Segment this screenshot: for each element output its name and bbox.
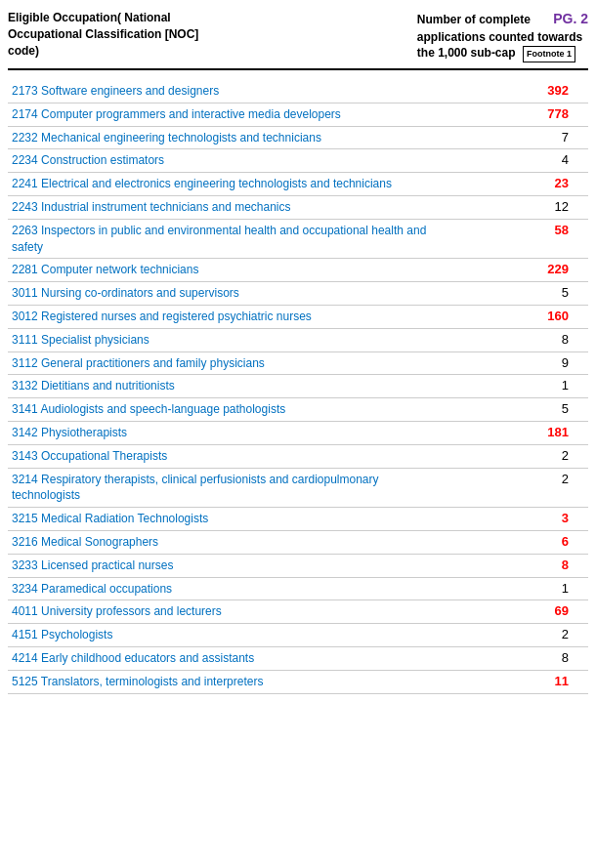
occupation-cell: 2173 Software engineers and designers xyxy=(8,80,444,103)
occupation-cell: 3141 Audiologists and speech-language pa… xyxy=(8,398,444,422)
occupation-code: 3233 xyxy=(12,558,38,572)
occupation-title: Physiotherapists xyxy=(38,426,127,439)
table-row: 2173 Software engineers and designers392 xyxy=(8,80,588,103)
occupation-code: 3112 xyxy=(12,356,38,370)
table-row: 3111 Specialist physicians8 xyxy=(8,328,588,351)
occupation-code: 2241 xyxy=(12,177,38,190)
occupation-title: Inspectors in public and environmental h… xyxy=(12,224,426,254)
occupation-code: 3216 xyxy=(12,535,38,549)
count-cell: 778 xyxy=(444,103,589,126)
occupation-code: 3011 xyxy=(12,286,38,300)
count-cell: 392 xyxy=(444,80,589,103)
table-row: 2232 Mechanical engineering technologist… xyxy=(8,126,588,149)
occupation-code: 2232 xyxy=(12,131,38,145)
table-row: 2241 Electrical and electronics engineer… xyxy=(8,173,588,196)
count-cell: 3 xyxy=(444,508,589,531)
occupation-code: 2243 xyxy=(12,200,38,214)
header-right-text: Number of complete PG. 2 applications co… xyxy=(417,10,588,62)
occupation-code: 3143 xyxy=(12,449,38,463)
count-cell: 11 xyxy=(444,670,589,693)
count-cell: 12 xyxy=(444,195,589,219)
table-row: 4214 Early childhood educators and assis… xyxy=(8,646,588,670)
occupation-cell: 5125 Translators, terminologists and int… xyxy=(8,670,444,693)
occupation-code: 3132 xyxy=(12,379,38,393)
occupation-title: University professors and lecturers xyxy=(38,604,222,618)
occupation-code: 3214 xyxy=(12,473,38,486)
count-cell: 5 xyxy=(444,282,589,306)
occupation-title: Translators, terminologists and interpre… xyxy=(38,675,264,688)
count-cell: 2 xyxy=(444,444,589,468)
occupation-cell: 2241 Electrical and electronics engineer… xyxy=(8,173,444,196)
occupation-code: 2281 xyxy=(12,263,38,276)
page-label: PG. 2 xyxy=(553,11,588,26)
occupation-title: General practitioners and family physici… xyxy=(38,356,265,370)
occupation-cell: 3012 Registered nurses and registered ps… xyxy=(8,305,444,328)
table-row: 3214 Respiratory therapists, clinical pe… xyxy=(8,468,588,508)
occupation-cell: 3216 Medical Sonographers xyxy=(8,530,444,554)
occupation-title: Dietitians and nutritionists xyxy=(38,379,175,393)
header-left: Eligible Occupation( National Occupation… xyxy=(8,10,198,59)
occupation-cell: 2174 Computer programmers and interactiv… xyxy=(8,103,444,126)
occupation-cell: 3233 Licensed practical nurses xyxy=(8,554,444,577)
occupation-cell: 3111 Specialist physicians xyxy=(8,328,444,351)
occupation-code: 3215 xyxy=(12,512,38,525)
occupation-title: Respiratory therapists, clinical perfusi… xyxy=(12,473,379,503)
count-cell: 69 xyxy=(444,600,589,624)
count-cell: 7 xyxy=(444,126,589,149)
occupation-cell: 2263 Inspectors in public and environmen… xyxy=(8,219,444,259)
occupation-cell: 3112 General practitioners and family ph… xyxy=(8,351,444,375)
occupation-title: Licensed practical nurses xyxy=(38,558,174,572)
occupation-code: 3234 xyxy=(12,582,38,596)
header-col-title: Eligible Occupation( National Occupation… xyxy=(8,11,198,58)
occupation-code: 4151 xyxy=(12,628,38,641)
count-cell: 5 xyxy=(444,398,589,422)
count-cell: 8 xyxy=(444,646,589,670)
count-cell: 8 xyxy=(444,554,589,577)
occupation-cell: 3214 Respiratory therapists, clinical pe… xyxy=(8,468,444,508)
occupation-code: 2234 xyxy=(12,153,38,167)
table-row: 3234 Paramedical occupations1 xyxy=(8,577,588,600)
table-row: 3142 Physiotherapists181 xyxy=(8,421,588,444)
table-row: 5125 Translators, terminologists and int… xyxy=(8,670,588,693)
table-row: 3112 General practitioners and family ph… xyxy=(8,351,588,375)
table-row: 2174 Computer programmers and interactiv… xyxy=(8,103,588,126)
occupation-title: Psychologists xyxy=(38,628,113,641)
occupation-cell: 4011 University professors and lecturers xyxy=(8,600,444,624)
count-cell: 229 xyxy=(444,259,589,282)
occupation-title: Electrical and electronics engineering t… xyxy=(38,177,392,190)
count-cell: 8 xyxy=(444,328,589,351)
count-cell: 2 xyxy=(444,624,589,647)
occupation-code: 3142 xyxy=(12,426,38,439)
count-cell: 23 xyxy=(444,173,589,196)
occupation-cell: 3143 Occupational Therapists xyxy=(8,444,444,468)
occupation-title: Mechanical engineering technologists and… xyxy=(38,131,321,145)
occupation-title: Construction estimators xyxy=(38,153,164,167)
occupation-title: Paramedical occupations xyxy=(38,582,172,596)
occupation-code: 4214 xyxy=(12,651,38,665)
occupation-title: Audiologists and speech-language patholo… xyxy=(38,402,286,416)
occupation-code: 2174 xyxy=(12,107,38,121)
occupation-title: Specialist physicians xyxy=(38,333,149,347)
table-row: 3012 Registered nurses and registered ps… xyxy=(8,305,588,328)
table-row: 4151 Psychologists2 xyxy=(8,624,588,647)
occupation-cell: 2243 Industrial instrument technicians a… xyxy=(8,195,444,219)
page-container: Eligible Occupation( National Occupation… xyxy=(0,0,596,704)
table-row: 3215 Medical Radiation Technologists3 xyxy=(8,508,588,531)
table-row: 3141 Audiologists and speech-language pa… xyxy=(8,398,588,422)
occupation-code: 3012 xyxy=(12,310,38,323)
occupation-code: 2263 xyxy=(12,224,38,237)
count-cell: 160 xyxy=(444,305,589,328)
header-right: Number of complete PG. 2 applications co… xyxy=(417,10,588,62)
occupations-table: 2173 Software engineers and designers392… xyxy=(8,80,588,694)
occupation-cell: 4151 Psychologists xyxy=(8,624,444,647)
table-row: 3143 Occupational Therapists2 xyxy=(8,444,588,468)
count-cell: 1 xyxy=(444,375,589,398)
occupation-cell: 3132 Dietitians and nutritionists xyxy=(8,375,444,398)
occupation-title: Occupational Therapists xyxy=(38,449,168,463)
table-row: 3132 Dietitians and nutritionists1 xyxy=(8,375,588,398)
count-cell: 1 xyxy=(444,577,589,600)
table-row: 2263 Inspectors in public and environmen… xyxy=(8,219,588,259)
occupation-title: Nursing co-ordinators and supervisors xyxy=(38,286,239,300)
occupation-code: 3111 xyxy=(12,333,38,347)
count-cell: 181 xyxy=(444,421,589,444)
